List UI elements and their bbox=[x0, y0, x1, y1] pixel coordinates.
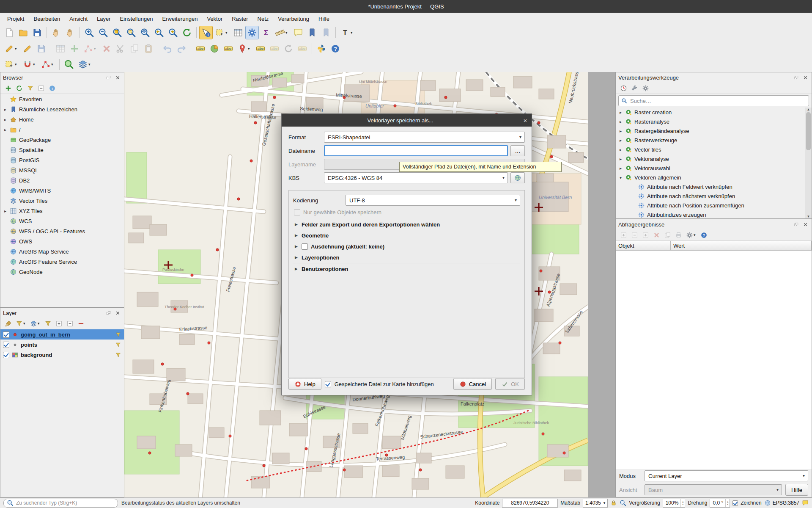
processing-item[interactable]: ▸ Vector tiles bbox=[616, 145, 812, 154]
pin-labels-button[interactable]: ▾ bbox=[236, 42, 253, 55]
python-console-button[interactable] bbox=[315, 42, 328, 55]
filename-input[interactable] bbox=[324, 145, 508, 156]
browser-item[interactable]: ▸ ArcGIS Map Service bbox=[0, 246, 124, 257]
processing-item[interactable]: ▸ Rasteranalyse bbox=[616, 117, 812, 126]
browser-item[interactable]: ▸ XYZ Tiles bbox=[0, 206, 124, 216]
scale-select[interactable]: 1:4035▾ bbox=[583, 499, 608, 508]
menu-item[interactable]: Ansicht bbox=[65, 13, 92, 25]
browser-item[interactable]: ▸ GeoPackage bbox=[0, 135, 124, 145]
menu-item[interactable]: Projekt bbox=[3, 13, 29, 25]
menu-item[interactable]: Vektor bbox=[202, 13, 227, 25]
processing-item[interactable]: ▸ Raster creation bbox=[616, 108, 812, 117]
layer-close-button[interactable] bbox=[114, 309, 121, 317]
processing-item[interactable]: ▸ Vektorauswahl bbox=[616, 163, 812, 173]
processing-item[interactable]: ▸ Rastergeländeanalyse bbox=[616, 126, 812, 135]
cancel-button[interactable]: Cancel bbox=[453, 378, 492, 390]
layer-styling-button[interactable] bbox=[3, 319, 13, 328]
browser-item[interactable]: ▸ OWS bbox=[0, 236, 124, 246]
measure-button[interactable]: ▾ bbox=[273, 26, 291, 39]
add-layer-button[interactable] bbox=[3, 83, 13, 93]
results-close-button[interactable] bbox=[801, 221, 809, 228]
layer-item[interactable]: background bbox=[0, 350, 124, 360]
collapse-tree-button[interactable] bbox=[36, 83, 46, 93]
browser-item[interactable]: ▸ / bbox=[0, 124, 124, 135]
column-header[interactable]: Objekt bbox=[616, 241, 671, 250]
menu-item[interactable]: Netz bbox=[253, 13, 274, 25]
layer-visibility-checkbox[interactable] bbox=[3, 331, 9, 338]
filter-legend-button[interactable]: ▾ bbox=[14, 319, 27, 328]
menu-item[interactable]: Bearbeiten bbox=[29, 13, 65, 25]
new-project-button[interactable] bbox=[3, 26, 16, 39]
history-clock-button[interactable] bbox=[618, 83, 628, 93]
model-gear-button[interactable] bbox=[640, 83, 650, 93]
add-to-map-checkbox[interactable] bbox=[325, 381, 331, 387]
processing-float-button[interactable] bbox=[792, 74, 800, 81]
properties-button[interactable]: i bbox=[47, 83, 57, 93]
snapping-options-button[interactable]: ▾ bbox=[21, 58, 38, 71]
browser-item[interactable]: ▸ ArcGIS Feature Service bbox=[0, 257, 124, 267]
message-icon[interactable] bbox=[802, 500, 809, 506]
crs-select[interactable]: EPSG:4326 - WGS 84 bbox=[324, 172, 508, 183]
titlebar[interactable]: *Unbenanntes Projekt — QGIS bbox=[0, 0, 812, 13]
menu-item[interactable]: Erweiterungen bbox=[158, 13, 203, 25]
collapsible-section-header[interactable]: ▶ Benutzeroptionen bbox=[293, 263, 520, 274]
identify-features-button[interactable]: i bbox=[199, 26, 213, 39]
processing-search[interactable] bbox=[618, 95, 809, 106]
processing-item[interactable]: ▾ Vektoren allgemein bbox=[616, 173, 812, 182]
zoom-in-button[interactable] bbox=[82, 26, 96, 39]
browser-item[interactable]: ▸ WFS / OGC API - Features bbox=[0, 226, 124, 236]
zoom-last-button[interactable] bbox=[152, 26, 166, 39]
menu-item[interactable]: Einstellungen bbox=[115, 13, 158, 25]
modus-select[interactable]: Current Layer bbox=[645, 470, 808, 481]
zoom-to-layer-button[interactable] bbox=[138, 26, 152, 39]
expand-tree-button[interactable] bbox=[54, 319, 64, 328]
browser-item[interactable]: ▸ DB2 bbox=[0, 175, 124, 185]
refresh-map-button[interactable] bbox=[180, 26, 194, 39]
tracing-button[interactable]: ▾ bbox=[39, 58, 57, 71]
crs-status-button[interactable]: EPSG:3857 bbox=[764, 500, 799, 506]
rotation-spin[interactable]: 0,0 °▴▾ bbox=[710, 499, 730, 508]
refresh-button[interactable] bbox=[14, 83, 24, 93]
coordinate-input[interactable]: 826970,5934220 bbox=[502, 499, 558, 508]
layer-item[interactable]: points bbox=[0, 340, 124, 350]
menu-item[interactable]: Verarbeitung bbox=[273, 13, 314, 25]
help-button[interactable]: Help bbox=[288, 378, 321, 390]
toggle-editing-button[interactable] bbox=[21, 42, 34, 55]
locator-bar[interactable] bbox=[3, 499, 118, 508]
browser-item[interactable]: ▸ WMS/WMTS bbox=[0, 185, 124, 196]
browser-item[interactable]: ▸ Vector Tiles bbox=[0, 196, 124, 206]
results-help-button[interactable]: Hilfe bbox=[785, 484, 808, 496]
filter-expression-button[interactable] bbox=[43, 319, 53, 328]
processing-item[interactable]: Attributindizes erzeugen bbox=[616, 210, 812, 218]
current-edits-button[interactable]: ▾ bbox=[3, 42, 20, 55]
data-source-manager-button[interactable]: ▾ bbox=[76, 58, 94, 71]
dialog-close-button[interactable]: × bbox=[519, 116, 532, 124]
render-checkbox[interactable] bbox=[732, 500, 738, 506]
abc-labeling-button[interactable]: abc bbox=[222, 42, 235, 55]
processing-item[interactable]: Attribute nach Position zusammenfügen bbox=[616, 201, 812, 210]
text-annotation-button[interactable]: T▾ bbox=[338, 26, 356, 39]
map-tips-button[interactable] bbox=[291, 26, 305, 39]
lock-icon[interactable] bbox=[610, 500, 617, 506]
browser-item[interactable]: ▸ WCS bbox=[0, 216, 124, 226]
save-project-button[interactable] bbox=[30, 26, 44, 39]
layer-visibility-checkbox[interactable] bbox=[3, 342, 9, 348]
crs-picker-button[interactable] bbox=[510, 172, 525, 183]
processing-item[interactable]: Attribute nach nächstem verknüpfen bbox=[616, 191, 812, 201]
open-attribute-table-button[interactable] bbox=[231, 26, 245, 39]
browse-button[interactable]: … bbox=[510, 145, 525, 156]
browser-item[interactable]: ▸ Home bbox=[0, 114, 124, 124]
help-contents-button[interactable]: ? bbox=[329, 42, 342, 55]
collapse-tree-button[interactable] bbox=[65, 319, 75, 328]
open-project-button[interactable] bbox=[16, 26, 30, 39]
pan-map-button[interactable] bbox=[49, 26, 63, 39]
menu-item[interactable]: Raster bbox=[227, 13, 252, 25]
pan-to-selection-button[interactable] bbox=[63, 26, 77, 39]
zoom-out-button[interactable] bbox=[96, 26, 110, 39]
processing-close-button[interactable] bbox=[801, 74, 809, 81]
browser-item[interactable]: ▸ Favoriten bbox=[0, 94, 124, 104]
collapsible-section-header[interactable]: ▶ Ausdehnung (aktuell: keine) bbox=[293, 241, 520, 252]
layer-float-button[interactable] bbox=[104, 309, 112, 317]
zoom-next-button[interactable] bbox=[166, 26, 180, 39]
statistical-summary-button[interactable]: Σ bbox=[259, 26, 273, 39]
